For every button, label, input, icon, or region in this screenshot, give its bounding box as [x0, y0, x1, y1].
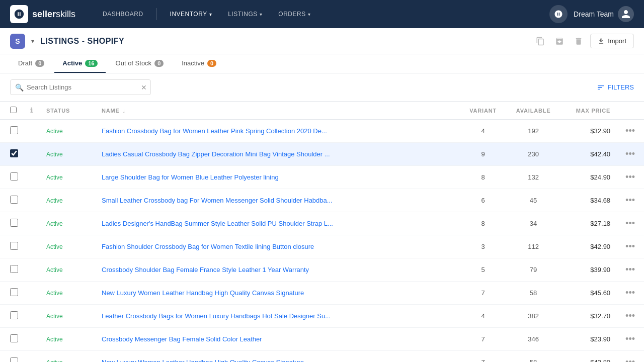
row-name-cell: Ladies Casual Crossbody Bag Zipper Decor…	[96, 143, 460, 166]
row-checkbox-cell	[0, 305, 24, 328]
tab-inactive[interactable]: Inactive 0	[174, 54, 224, 73]
filters-button[interactable]: FILTERS	[597, 83, 634, 92]
product-link-11[interactable]: New Luxury Women Leather Handbag High Qu…	[102, 358, 304, 362]
row-checkbox-cell	[0, 282, 24, 305]
row-more-button-2[interactable]: •••	[622, 148, 638, 160]
row-status-cell: Active	[40, 258, 96, 282]
th-actions	[616, 102, 644, 120]
row-checkbox-4[interactable]	[10, 196, 18, 204]
row-maxprice-cell: $43.80	[561, 351, 616, 363]
nav-inventory[interactable]: INVENTORY ▾	[163, 7, 219, 22]
row-more-button-6[interactable]: •••	[622, 240, 638, 253]
info-icon[interactable]: ℹ	[30, 107, 33, 114]
tab-draft-label: Draft	[18, 59, 32, 67]
status-badge: Active	[46, 174, 63, 181]
row-available-cell: 382	[506, 305, 561, 328]
row-available-cell: 58	[506, 351, 561, 363]
row-name-cell: Crossbody Messenger Bag Female Solid Col…	[96, 328, 460, 351]
product-link-2[interactable]: Ladies Casual Crossbody Bag Zipper Decor…	[102, 150, 330, 158]
logo[interactable]: sellerskills	[10, 5, 75, 23]
row-checkbox-7[interactable]	[10, 265, 18, 273]
nav-orders[interactable]: ORDERS ▾	[271, 7, 317, 22]
th-variant: VARIANT	[460, 102, 506, 120]
product-link-5[interactable]: Ladies Designer's HandBag Summer Style L…	[102, 220, 333, 227]
row-more-button-4[interactable]: •••	[622, 194, 638, 207]
product-link-4[interactable]: Small Leather Crossbody bag For Women Me…	[102, 197, 333, 204]
user-menu[interactable]: Dream Team	[574, 6, 634, 22]
clear-search-icon[interactable]: ✕	[141, 83, 147, 92]
row-info-cell	[24, 166, 40, 189]
table-row: Active Fashion Shoulder Crossbody Bag fo…	[0, 235, 644, 258]
name-sort-icon: ↓	[122, 108, 125, 114]
row-actions-cell: •••	[616, 258, 644, 282]
tab-draft[interactable]: Draft 0	[10, 54, 52, 73]
row-checkbox-3[interactable]	[10, 172, 18, 180]
row-checkbox-10[interactable]	[10, 334, 18, 342]
row-status-cell: Active	[40, 212, 96, 235]
nav-dashboard[interactable]: DASHBOARD	[96, 7, 150, 22]
row-maxprice-cell: $23.90	[561, 328, 616, 351]
row-maxprice-cell: $42.90	[561, 235, 616, 258]
delete-button[interactable]	[571, 34, 586, 49]
tab-oos-label: Out of Stock	[116, 59, 152, 67]
import-button[interactable]: Import	[590, 34, 634, 48]
topnav-right: Dream Team	[549, 5, 634, 23]
row-checkbox-5[interactable]	[10, 219, 18, 227]
product-link-1[interactable]: Fashion Crossbody Bag for Women Leather …	[102, 127, 327, 135]
store-dropdown-arrow[interactable]: ▾	[31, 38, 34, 45]
row-checkbox-8[interactable]	[10, 288, 18, 296]
row-variant-cell: 9	[460, 143, 506, 166]
table-header-row: ℹ STATUS NAME ↓ VARIANT AVAILABLE MAX PR…	[0, 102, 644, 120]
shopify-icon: S	[10, 34, 25, 49]
row-more-button-3[interactable]: •••	[622, 171, 638, 184]
row-name-cell: Fashion Shoulder Crossbody Bag for Women…	[96, 235, 460, 258]
row-checkbox-1[interactable]	[10, 126, 18, 134]
product-link-7[interactable]: Crossbody Shoulder Bag Female France Sty…	[102, 266, 309, 274]
logo-text: sellerskills	[32, 9, 75, 20]
product-link-6[interactable]: Fashion Shoulder Crossbody Bag for Women…	[102, 243, 314, 250]
row-status-cell: Active	[40, 305, 96, 328]
product-link-9[interactable]: Leather Crossbody Bags for Women Luxury …	[102, 312, 331, 320]
row-more-button-10[interactable]: •••	[622, 333, 638, 345]
row-checkbox-9[interactable]	[10, 311, 18, 319]
row-available-cell: 230	[506, 143, 561, 166]
row-maxprice-cell: $32.90	[561, 120, 616, 143]
row-info-cell	[24, 258, 40, 282]
row-more-button-5[interactable]: •••	[622, 217, 638, 230]
row-actions-cell: •••	[616, 351, 644, 363]
product-link-10[interactable]: Crossbody Messenger Bag Female Solid Col…	[102, 335, 262, 343]
row-more-button-8[interactable]: •••	[622, 287, 638, 299]
tab-oos-badge: 0	[154, 60, 164, 67]
row-more-button-1[interactable]: •••	[622, 125, 638, 137]
row-more-button-7[interactable]: •••	[622, 263, 638, 276]
select-all-checkbox[interactable]	[10, 107, 17, 113]
row-actions-cell: •••	[616, 282, 644, 305]
row-actions-cell: •••	[616, 305, 644, 328]
tab-active[interactable]: Active 16	[54, 54, 105, 73]
tabs-bar: Draft 0 Active 16 Out of Stock 0 Inactiv…	[0, 54, 644, 73]
tab-out-of-stock[interactable]: Out of Stock 0	[108, 54, 172, 73]
row-more-button-11[interactable]: •••	[622, 356, 638, 362]
row-checkbox-11[interactable]	[10, 357, 18, 362]
row-info-cell	[24, 189, 40, 212]
row-name-cell: Large Shoulder Bag for Women Blue Leathe…	[96, 166, 460, 189]
status-badge: Active	[46, 128, 63, 135]
logo-icon	[10, 5, 28, 23]
row-info-cell	[24, 282, 40, 305]
table-row: Active Ladies Casual Crossbody Bag Zippe…	[0, 143, 644, 166]
listings-chevron-icon: ▾	[260, 12, 263, 17]
copy-button[interactable]	[533, 34, 548, 49]
row-checkbox-2[interactable]	[10, 149, 18, 157]
archive-button[interactable]	[552, 34, 567, 49]
nav-listings[interactable]: LISTINGS ▾	[221, 7, 269, 22]
search-input[interactable]	[10, 79, 151, 95]
row-checkbox-cell	[0, 235, 24, 258]
row-checkbox-6[interactable]	[10, 242, 18, 250]
row-name-cell: New Luxury Women Leather Handbag High Qu…	[96, 351, 460, 363]
product-link-8[interactable]: New Luxury Women Leather Handbag High Qu…	[102, 289, 304, 297]
row-more-button-9[interactable]: •••	[622, 310, 638, 322]
product-link-3[interactable]: Large Shoulder Bag for Women Blue Leathe…	[102, 173, 279, 181]
notification-icon-btn[interactable]	[549, 5, 568, 23]
th-name[interactable]: NAME ↓	[96, 102, 460, 120]
nav-menu: DASHBOARD INVENTORY ▾ LISTINGS ▾ ORDERS …	[96, 7, 549, 22]
